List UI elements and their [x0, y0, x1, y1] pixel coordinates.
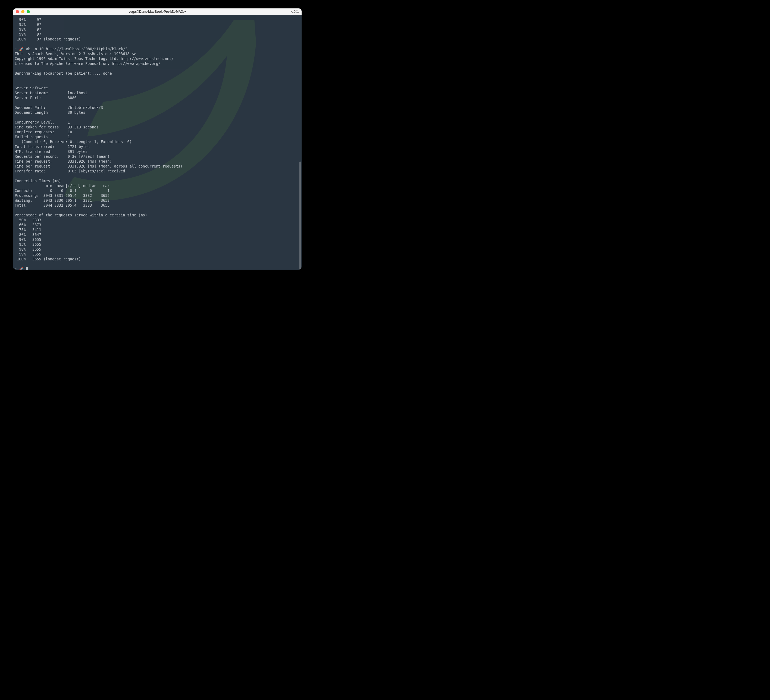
terminal-window: vega@Dans-MacBook-Pro-M1-MAX:~ ⌥⌘1 90% 9… [13, 8, 302, 269]
close-icon[interactable] [16, 10, 19, 13]
window-shortcut: ⌥⌘1 [290, 10, 299, 14]
terminal-body[interactable]: 90% 97 95% 97 98% 97 99% 97 100% 97 (lon… [13, 15, 302, 269]
maximize-icon[interactable] [27, 10, 30, 13]
window-title: vega@Dans-MacBook-Pro-M1-MAX:~ [13, 10, 302, 14]
cursor [26, 267, 28, 269]
terminal-output[interactable]: 90% 97 95% 97 98% 97 99% 97 100% 97 (lon… [13, 15, 302, 269]
traffic-lights [16, 10, 30, 13]
scrollbar[interactable] [299, 161, 301, 269]
window-titlebar[interactable]: vega@Dans-MacBook-Pro-M1-MAX:~ ⌥⌘1 [13, 8, 302, 15]
minimize-icon[interactable] [21, 10, 24, 13]
